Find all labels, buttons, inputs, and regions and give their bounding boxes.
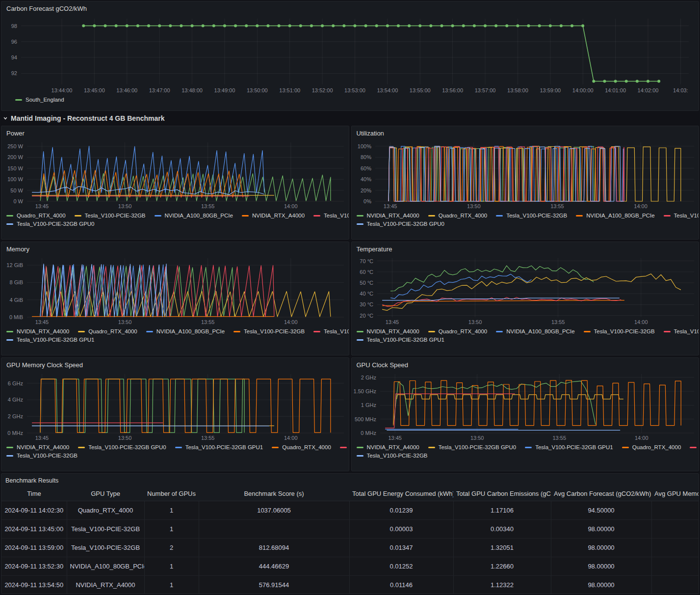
svg-text:13:47:00: 13:47:00 [149,87,170,93]
series-color-swatch [175,447,182,448]
column-header[interactable]: Number of GPUs [144,487,199,501]
temperature-chart[interactable]: 13:4513:5013:5514:0020 °C30 °C40 °C50 °C… [352,254,699,327]
legend-label: Tesla_V100-PCIE-32GB [85,212,146,220]
legend-item[interactable]: NVIDIA_RTX_A4000 [357,327,419,336]
gpu-memory-clock-chart[interactable]: 13:4513:5013:5514:000 MHz2 GHz4 GHz6 GHz [1,370,349,443]
legend-item[interactable]: NVIDIA_RTX_A4000 [6,443,69,452]
legend-item[interactable]: Tesla_V100-PCIE-32GB GPU1 [357,336,445,344]
gpu-clock-chart[interactable]: 13:4513:5013:5514:000 MHz500 MHz1 GHz1.5… [352,370,699,443]
legend-item[interactable]: Quadro_RTX_4000 [272,443,331,452]
svg-text:50 °C: 50 °C [360,280,373,286]
series-color-swatch [428,447,435,448]
legend-item[interactable]: Tesla_V100-PCIE-32GB GPU0 [313,327,348,336]
svg-text:40 °C: 40 °C [360,291,373,297]
power-chart[interactable]: 13:4513:5013:5514:000 W50 W100 W150 W200… [1,138,349,211]
panel-title[interactable]: Temperature [352,242,699,254]
legend-label: NVIDIA_A100_80GB_PCIe [586,212,654,220]
legend-item[interactable]: NVIDIA_A100_80GB_PCIe [340,443,349,452]
utilization-chart[interactable]: 13:4513:5013:5514:000%20%40%60%80%100% [352,138,699,211]
legend-item[interactable]: South_England [15,96,64,104]
row-header-mantid-benchmark[interactable]: Mantid Imaging - Reconstruct 4 GB Benchm… [1,113,699,124]
column-header[interactable]: Total GPU Energy Consumed (kWh) [349,487,453,501]
svg-text:13:55:00: 13:55:00 [410,87,431,93]
series-color-swatch [622,447,629,448]
legend-label: Tesla_V100-PCIE-32GB GPU0 [367,220,445,228]
legend-item[interactable]: Tesla_V100-PCIE-32GB GPU0 [428,443,517,452]
legend-item[interactable]: NVIDIA_A100_80GB_PCIe [146,327,225,336]
legend-label: NVIDIA_A100_80GB_PCIe [165,212,233,220]
legend-label: Tesla_V100-PCIE-32GB GPU1 [367,336,445,344]
legend-item[interactable]: Tesla_V100-PCIE-32GB GPU1 [313,212,348,220]
legend-item[interactable]: NVIDIA_A100_80GB_PCIe [155,212,233,220]
column-header[interactable]: Avg Carbon Forecast (gCO2/kWh) [551,487,651,501]
svg-text:60 °C: 60 °C [360,269,373,275]
legend-item[interactable]: NVIDIA_RTX_A4000 [6,327,69,336]
legend-item[interactable]: Tesla_V100-PCIE-32GB [584,327,655,336]
panel-title[interactable]: Benchmark Results [1,474,699,487]
table-cell: 1 [144,576,199,595]
legend-label: Tesla_V100-PCIE-32GB [17,452,78,460]
table-cell: 812.68094 [199,539,349,557]
carbon-forecast-chart[interactable]: 13:44:0013:45:0013:46:0013:47:0013:48:00… [1,14,699,95]
legend-item[interactable]: NVIDIA_A100_80GB_PCIe [576,212,654,220]
table-row: 2024-09-11 13:59:00Tesla_V100-PCIE-32GB2… [1,539,699,557]
legend-item[interactable]: Quadro_RTX_4000 [78,327,137,336]
table-row: 2024-09-11 13:45:00Tesla_V100-PCIE-32GB1… [1,520,699,539]
column-header[interactable]: Avg GPU Memo [651,487,699,501]
table-cell [199,520,349,539]
legend-item[interactable]: Quadro_RTX_4000 [428,327,488,336]
legend-item[interactable]: NVIDIA_RTX_A4000 [357,443,419,452]
memory-chart[interactable]: 13:4513:5013:5514:000 MiB4 GiB8 GiB12 Gi… [1,254,349,327]
legend-item[interactable]: NVIDIA_A100_80GB_PCIe [496,327,574,336]
column-header[interactable]: Time [1,487,67,501]
svg-text:13:44:00: 13:44:00 [52,87,73,93]
svg-text:13:45: 13:45 [383,203,397,209]
gpumem-plot: 13:4513:5013:5514:000 MHz2 GHz4 GHz6 GHz [1,370,349,443]
mem-plot: 13:4513:5013:5514:000 MiB4 GiB8 GiB12 Gi… [1,254,349,327]
legend-item[interactable]: Tesla_V100-PCIE-32GB GPU0 [78,443,166,452]
panel-title[interactable]: Power [1,126,349,138]
table-cell: 0.00340 [453,520,551,539]
table-cell: 1.32051 [453,539,551,557]
series-color-swatch [357,223,363,225]
legend-item[interactable]: Tesla_V100-PCIE-32GB GPU0 [664,327,699,336]
legend-item[interactable]: Tesla_V100-PCIE-32GB [357,452,428,460]
table-cell: 98.00000 [551,539,651,557]
legend-item[interactable]: Tesla_V100-PCIE-32GB GPU1 [175,443,263,452]
legend-label: Tesla_V100-PCIE-32GB GPU1 [535,443,613,452]
svg-text:1.50 GHz: 1.50 GHz [353,388,376,394]
legend-label: Quadro_RTX_4000 [282,443,331,452]
panel-power: Power 13:4513:5013:5514:000 W50 W100 W15… [1,126,349,240]
panel-title[interactable]: GPU Memory Clock Speed [1,358,349,370]
legend-item[interactable]: Tesla_V100-PCIE-32GB [6,452,78,460]
legend-item[interactable]: NVIDIA_RTX_A4000 [357,212,419,220]
panel-title[interactable]: Carbon Forecast gCO2/kWh [1,1,699,14]
legend-item[interactable]: Quadro_RTX_4000 [6,212,66,220]
legend-item[interactable]: Tesla_V100-PCIE-32GB GPU1 [525,443,613,452]
svg-text:13:50: 13:50 [118,435,132,441]
legend-label: Quadro_RTX_4000 [17,212,66,220]
legend-item[interactable]: Quadro_RTX_4000 [622,443,681,452]
column-header[interactable]: Total GPU Carbon Emissions (gCO2) [453,487,551,501]
svg-text:14:00: 14:00 [634,203,648,209]
table-cell: NVIDIA_A100_80GB_PCIe [67,557,144,576]
legend-item[interactable]: Tesla_V100-PCIE-32GB [496,212,567,220]
panel-title[interactable]: GPU Clock Speed [352,358,699,370]
legend-item[interactable]: Tesla_V100-PCIE-32GB GPU0 [357,220,445,228]
legend-item[interactable]: Quadro_RTX_4000 [428,212,488,220]
legend-item[interactable]: Tesla_V100-PCIE-32GB GPU1 [6,336,95,344]
column-header[interactable]: Benchmark Score (s) [199,487,349,501]
legend-item[interactable]: Tesla_V100-PCIE-32GB [233,327,305,336]
svg-text:96: 96 [11,39,17,45]
legend-item[interactable]: Tesla_V100-PCIE-32GB GPU0 [6,220,95,228]
legend-item[interactable]: NVIDIA_A100_80GB_PCIe [690,443,699,452]
legend-item[interactable]: Tesla_V100-PCIE-32GB GPU0 [664,212,699,220]
legend-item[interactable]: Tesla_V100-PCIE-32GB [75,212,146,220]
panel-title[interactable]: Memory [1,242,349,254]
series-color-swatch [6,223,13,225]
svg-text:0 MiB: 0 MiB [9,314,23,320]
legend-label: NVIDIA_A100_80GB_PCIe [156,327,225,336]
legend-item[interactable]: NVIDIA_RTX_A4000 [242,212,305,220]
column-header[interactable]: GPU Type [67,487,144,501]
panel-title[interactable]: Utilization [352,126,699,138]
